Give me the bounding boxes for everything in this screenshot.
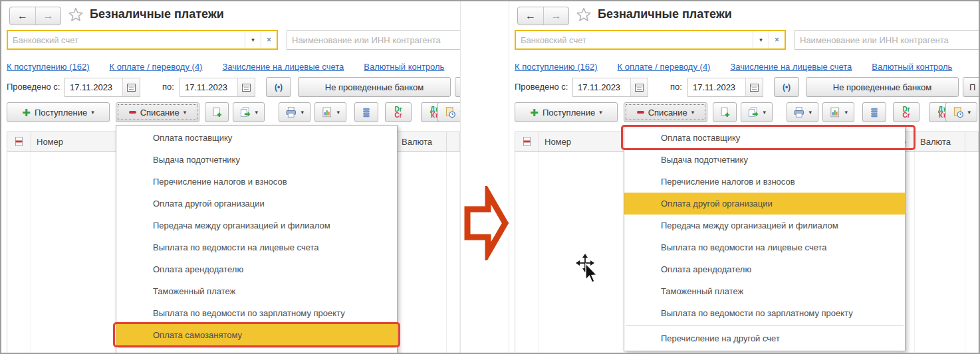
drcr-postings-button[interactable]: DrCr <box>385 102 412 122</box>
clipped-filter-button[interactable]: П <box>455 77 461 97</box>
menu-item[interactable]: Оплата арендодателю <box>624 258 905 280</box>
choose-period-button[interactable]: (•) <box>774 77 799 97</box>
menu-item[interactable]: Выплата по ведомости по зарплатному прое… <box>116 302 397 324</box>
counterparty-input[interactable] <box>287 31 461 49</box>
table-body-cell[interactable] <box>447 152 460 353</box>
menu-item[interactable]: Выплата по ведомости на лицевые счета <box>624 236 905 258</box>
calendar-icon <box>749 82 759 92</box>
writeoff-button[interactable]: Списание ▾ <box>624 102 707 122</box>
counterparty-input[interactable] <box>795 31 979 49</box>
document-status-icon <box>521 136 533 147</box>
link-personal-accounts[interactable]: Зачисление на лицевые счета <box>730 62 852 72</box>
register-list-button[interactable] <box>354 102 378 122</box>
bank-account-dropdown-button[interactable]: ▾ <box>753 31 769 48</box>
bank-account-input[interactable] <box>8 31 245 48</box>
print-button[interactable]: ▾ <box>279 102 310 122</box>
chevron-down-icon: ▾ <box>459 110 461 116</box>
menu-item[interactable]: Оплата арендодателю <box>116 258 397 280</box>
reports-button[interactable]: ▾ <box>822 102 854 122</box>
menu-item[interactable]: Выплата по ведомости на лицевые счета <box>116 236 397 258</box>
menu-item[interactable]: Таможенный платеж <box>116 280 397 302</box>
date-from-calendar-button[interactable] <box>122 78 140 96</box>
table-body-cell[interactable] <box>965 152 979 353</box>
menu-item[interactable]: Выдача подотчетнику <box>116 149 397 171</box>
back-button[interactable]: ← <box>10 7 35 25</box>
menu-item[interactable]: Таможенный платеж <box>624 280 905 302</box>
table-body-cell[interactable] <box>7 152 31 353</box>
menu-item[interactable]: Перечисление налогов и взносов <box>116 171 397 193</box>
menu-item[interactable]: Оплата поставщику <box>116 127 397 149</box>
not-posted-by-bank-button[interactable]: Не проведенные банком <box>806 77 959 97</box>
menu-item[interactable]: Выдача подотчетнику <box>624 149 905 171</box>
report-icon <box>321 106 332 118</box>
number-column-label: Номер <box>545 137 571 147</box>
create-document-button[interactable] <box>713 102 737 122</box>
table-body-cell[interactable] <box>515 152 539 353</box>
forward-button[interactable]: → <box>35 7 61 25</box>
print-button[interactable]: ▾ <box>787 102 818 122</box>
register-list-button[interactable] <box>862 102 886 122</box>
create-document-button[interactable] <box>205 102 229 122</box>
menu-item[interactable]: Перечисление на другой счет <box>116 349 397 353</box>
view-links: К поступлению (162)К оплате / переводу (… <box>515 60 972 72</box>
link-to-receipt[interactable]: К поступлению (162) <box>7 62 90 72</box>
scheduled-document-button[interactable]: ▾ <box>945 102 977 122</box>
menu-item[interactable]: Перечисление налогов и взносов <box>624 171 905 193</box>
period-to-label: по: <box>670 82 682 92</box>
link-to-payment[interactable]: К оплате / переводу (4) <box>618 62 711 72</box>
currency-column-header[interactable]: Валюта <box>396 132 447 152</box>
receipt-label: Поступление <box>35 108 87 118</box>
bank-account-field: ▾ × <box>515 30 786 50</box>
menu-item[interactable]: Оплата другой организации <box>116 193 397 215</box>
forward-button[interactable]: → <box>543 7 568 25</box>
menu-item[interactable]: Выплата по ведомости по зарплатному прое… <box>624 302 905 324</box>
link-to-payment[interactable]: К оплате / переводу (4) <box>110 62 203 72</box>
date-from-input[interactable] <box>573 78 630 96</box>
reports-button[interactable]: ▾ <box>314 102 346 122</box>
chevron-down-icon: ▾ <box>763 110 766 116</box>
not-posted-by-bank-button[interactable]: Не проведенные банком <box>298 77 451 97</box>
calendar-icon <box>241 82 251 92</box>
link-currency-control[interactable]: Валютный контроль <box>872 62 952 72</box>
posting-status-column-header[interactable] <box>7 132 31 152</box>
bank-account-input[interactable] <box>516 31 753 48</box>
chevron-down-icon: ▾ <box>599 110 602 116</box>
receipt-button[interactable]: ✚ Поступление ▾ <box>7 102 110 122</box>
menu-item[interactable]: Оплата самозанятому <box>116 324 397 346</box>
drcr-postings-button[interactable]: DrCr <box>893 102 919 122</box>
bank-account-clear-button[interactable]: × <box>261 31 277 48</box>
back-button[interactable]: ← <box>518 7 543 25</box>
bank-account-dropdown-button[interactable]: ▾ <box>245 31 261 48</box>
table-body-cell[interactable] <box>396 152 447 353</box>
trailing-column-header <box>965 132 979 152</box>
link-personal-accounts[interactable]: Зачисление на лицевые счета <box>222 62 344 72</box>
favorite-star-icon[interactable] <box>68 7 84 23</box>
currency-column-header[interactable]: Валюта <box>915 132 965 152</box>
link-to-receipt[interactable]: К поступлению (162) <box>515 62 598 72</box>
date-to-input[interactable] <box>688 78 745 96</box>
menu-item[interactable]: Перечисление на другой счет <box>624 327 905 349</box>
choose-period-button[interactable]: (•) <box>266 77 291 97</box>
counterparty-field <box>287 30 461 50</box>
writeoff-button[interactable]: Списание ▾ <box>116 102 199 122</box>
menu-item[interactable]: Оплата поставщику <box>624 127 905 149</box>
bank-account-clear-button[interactable]: × <box>769 31 785 48</box>
link-currency-control[interactable]: Валютный контроль <box>364 62 444 72</box>
currency-column-label: Валюта <box>920 137 951 147</box>
copy-document-button[interactable]: ▾ <box>233 102 265 122</box>
receipt-button[interactable]: ✚ Поступление ▾ <box>515 102 618 122</box>
clipped-filter-button[interactable]: П <box>963 77 979 97</box>
date-from-input[interactable] <box>65 78 122 96</box>
copy-document-button[interactable]: ▾ <box>741 102 773 122</box>
menu-item[interactable]: Передача между организацией и филиалом <box>624 215 905 236</box>
posting-status-column-header[interactable] <box>515 132 539 152</box>
table-body-cell[interactable] <box>915 152 965 353</box>
date-from-calendar-button[interactable] <box>630 78 648 96</box>
menu-item[interactable]: Передача между организацией и филиалом <box>116 215 397 236</box>
date-to-input[interactable] <box>180 78 237 96</box>
favorite-star-icon[interactable] <box>576 7 592 23</box>
date-to-calendar-button[interactable] <box>745 78 763 96</box>
scheduled-document-button[interactable]: ▾ <box>437 102 461 122</box>
menu-item[interactable]: Оплата другой организации <box>624 193 905 215</box>
date-to-calendar-button[interactable] <box>237 78 255 96</box>
